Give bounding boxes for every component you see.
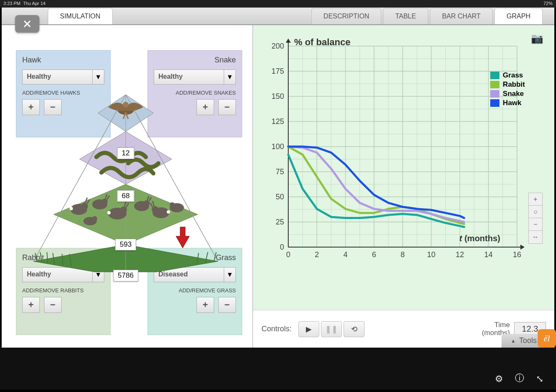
hawk-status-select[interactable]: Healthy ▼ — [22, 70, 104, 85]
svg-text:25: 25 — [276, 218, 284, 226]
zoom-tools: + ○ − ↔ — [528, 193, 543, 244]
tab-graph[interactable]: GRAPH — [494, 8, 543, 24]
hawk-count: 12 — [117, 147, 134, 159]
svg-text:175: 175 — [272, 67, 284, 75]
controls-bar: Controls: ▶ ❚❚ ⟲ Time(months) 12.3 ▲Tool… — [253, 310, 554, 348]
zoom-reset-button[interactable]: ○ — [529, 206, 542, 218]
svg-text:16: 16 — [513, 250, 521, 259]
info-icon[interactable]: ⓘ — [515, 372, 524, 384]
play-button[interactable]: ▶ — [298, 321, 319, 337]
rabbit-add-button[interactable]: + — [22, 297, 40, 313]
svg-text:125: 125 — [272, 117, 284, 126]
snake-count: 68 — [117, 190, 134, 202]
app-window: SIMULATION DESCRIPTION TABLE BAR CHART G… — [2, 8, 554, 348]
svg-text:0: 0 — [280, 243, 284, 251]
svg-text:14: 14 — [484, 250, 493, 259]
snake-title: Snake — [154, 56, 236, 64]
rabbit-count: 593 — [115, 239, 136, 250]
pan-button[interactable]: ↔ — [529, 231, 542, 243]
grass-remove-button[interactable]: − — [218, 297, 236, 313]
svg-text:8: 8 — [401, 250, 405, 259]
svg-point-20 — [144, 200, 150, 206]
svg-text:t (months): t (months) — [459, 234, 500, 243]
svg-point-18 — [107, 211, 111, 214]
controls-label: Controls: — [261, 325, 292, 333]
svg-text:75: 75 — [276, 168, 284, 176]
grass-count: 5786 — [113, 270, 138, 281]
tab-row: SIMULATION DESCRIPTION TABLE BAR CHART G… — [2, 8, 554, 25]
rabbit-remove-button[interactable]: − — [44, 297, 62, 313]
hawk-title: Hawk — [22, 56, 104, 64]
food-pyramid: 12 68 593 5786 — [29, 88, 222, 272]
svg-text:4: 4 — [343, 250, 347, 259]
snake-status-select[interactable]: Healthy ▼ — [154, 70, 236, 85]
svg-text:12: 12 — [455, 250, 464, 259]
grass-add-button[interactable]: + — [197, 297, 214, 313]
chevron-down-icon: ▼ — [224, 268, 235, 282]
tab-barchart[interactable]: BAR CHART — [430, 8, 493, 24]
svg-point-13 — [70, 207, 73, 210]
pause-button[interactable]: ❚❚ — [321, 321, 342, 337]
el-logo-icon: ël — [538, 329, 556, 348]
svg-point-27 — [92, 216, 97, 221]
svg-text:150: 150 — [272, 92, 284, 101]
svg-text:100: 100 — [272, 142, 284, 151]
tab-description[interactable]: DESCRIPTION — [311, 8, 381, 24]
zoom-in-button[interactable]: + — [529, 193, 542, 206]
svg-marker-108 — [520, 245, 525, 250]
device-bottom-bar: ⚙ ⓘ ⤡ — [0, 348, 556, 389]
graph-panel: 📷 02468101214160255075100125150175200% o… — [253, 25, 554, 310]
zoom-out-button[interactable]: − — [529, 218, 542, 231]
reset-button[interactable]: ⟲ — [344, 321, 365, 337]
svg-point-25 — [170, 202, 175, 207]
chart-legend: Grass Rabbit Snake Hawk — [490, 71, 525, 108]
close-button[interactable] — [15, 15, 39, 33]
svg-text:200: 200 — [272, 42, 284, 50]
simulation-pane: Hawk Healthy ▼ ADD/REMOVE HAWKS + − Snak… — [2, 25, 252, 348]
svg-point-17 — [120, 206, 127, 213]
svg-text:% of balance: % of balance — [294, 37, 350, 47]
device-status-bar: 3:23 PM Thu Apr 14 72% — [0, 0, 556, 8]
svg-marker-110 — [286, 39, 291, 43]
svg-text:6: 6 — [372, 250, 376, 259]
svg-text:2: 2 — [315, 250, 319, 259]
settings-slider-icon[interactable]: ⚙ — [495, 374, 503, 384]
chevron-down-icon: ▼ — [92, 70, 104, 84]
chevron-down-icon: ▼ — [224, 70, 235, 84]
close-icon — [23, 19, 32, 28]
svg-point-23 — [167, 210, 170, 214]
svg-text:50: 50 — [276, 193, 284, 201]
svg-point-22 — [152, 206, 158, 213]
svg-text:0: 0 — [286, 250, 290, 259]
tab-table[interactable]: TABLE — [383, 8, 428, 24]
svg-point-12 — [81, 203, 88, 209]
svg-point-15 — [102, 199, 108, 204]
chart: 02468101214160255075100125150175200% of … — [261, 34, 525, 268]
camera-icon[interactable]: 📷 — [531, 33, 543, 44]
tab-simulation[interactable]: SIMULATION — [48, 8, 113, 24]
svg-text:10: 10 — [427, 250, 435, 259]
collapse-icon[interactable]: ⤡ — [536, 374, 543, 384]
svg-point-10 — [123, 102, 129, 108]
